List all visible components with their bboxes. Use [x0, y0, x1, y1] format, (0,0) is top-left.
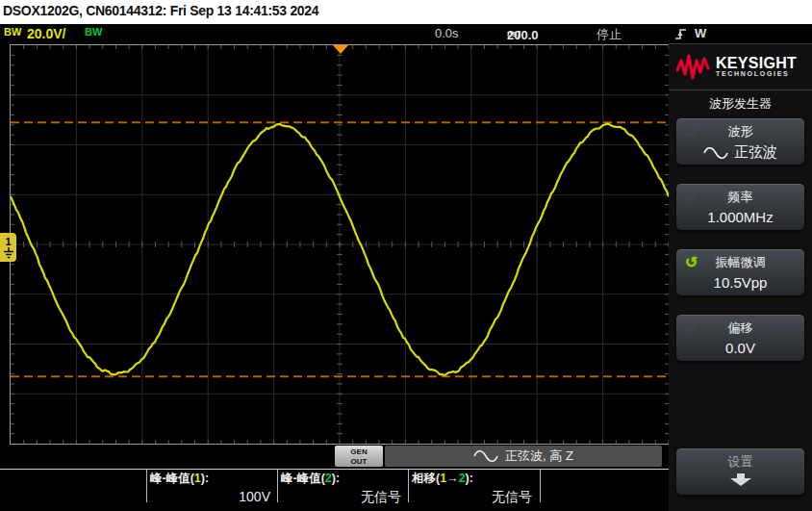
wavegen-waveform-button[interactable]: ↺ 波形 正弦波: [676, 118, 804, 165]
gen-out-button[interactable]: GEN OUT: [335, 446, 383, 467]
ground-icon: [3, 247, 14, 259]
ch1-bandwidth-badge: BW: [4, 26, 21, 38]
trigger-edge-icon: [674, 27, 688, 40]
measurement-label: 峰-峰值(1):: [147, 470, 278, 487]
measurement-label: 峰-峰值(2):: [278, 470, 409, 487]
measurement-value: 100V: [147, 487, 278, 504]
rotate-knob-icon: ↺: [685, 319, 698, 337]
instrument-id-text: DSOX1202G, CN60144312: Fri Sep 13 14:41:…: [3, 3, 318, 18]
measurement-pkpk-ch2: 峰-峰值(2): 无信号: [277, 470, 409, 502]
wavegen-status-text: 正弦波, 高 Z: [505, 447, 573, 465]
keysight-logo: KEYSIGHT TECHNOLOGIES: [676, 52, 797, 81]
trigger-position-marker[interactable]: [333, 45, 348, 54]
horizontal-delay-readout[interactable]: 0.0s: [435, 26, 459, 40]
brand-name: KEYSIGHT: [716, 56, 797, 70]
keysight-spark-icon: [676, 52, 711, 81]
wavegen-frequency-button[interactable]: ↺ 频率 1.000MHz: [676, 184, 804, 230]
panel-title: 波形发生器: [669, 95, 812, 113]
ch2-bandwidth-badge: BW: [85, 26, 102, 38]
ch1-ground-marker[interactable]: 1: [0, 233, 16, 262]
brand-subname: TECHNOLOGIES: [716, 70, 797, 78]
wavegen-offset-button[interactable]: ↺ 偏移 0.0V: [676, 315, 804, 361]
run-state-indicator: 停止: [596, 26, 622, 43]
panel-separator: [669, 89, 812, 90]
wavegen-settings-button[interactable]: 设置: [676, 448, 804, 495]
ch1-scale-readout[interactable]: 20.0V/: [27, 26, 65, 41]
wavegen-status-bar: 正弦波, 高 Z: [385, 446, 662, 467]
trigger-source-readout[interactable]: W: [695, 26, 706, 40]
status-bar: BW 20.0V/ BW 0.0s 200.0ns/ 停止 W: [0, 24, 812, 43]
wavegen-amplitude-button[interactable]: ↺ 振幅微调 10.5Vpp: [676, 249, 804, 295]
measurement-label: 相移(1→2):: [409, 470, 540, 487]
title-bar: DSOX1202G, CN60144312: Fri Sep 13 14:41:…: [0, 0, 812, 24]
measurement-pkpk-ch1: 峰-峰值(1): 100V: [146, 470, 278, 502]
scope-trace-svg: [11, 45, 669, 444]
measurement-phase-1-2: 相移(1→2): 无信号: [408, 470, 541, 502]
softkey-panel: KEYSIGHT TECHNOLOGIES 波形发生器 ↺ 波形 正弦波 ↺ 频…: [669, 43, 812, 511]
sine-icon: [473, 450, 498, 462]
oscilloscope-screen: DSOX1202G, CN60144312: Fri Sep 13 14:41:…: [0, 0, 812, 511]
rotate-knob-icon: ↺: [685, 122, 698, 141]
down-arrow-icon: [728, 473, 753, 486]
waveform-display: [10, 44, 670, 445]
timebase-readout[interactable]: 200.0ns/: [507, 26, 518, 40]
measurement-value: 无信号: [278, 487, 409, 506]
measurement-value: 无信号: [409, 487, 540, 506]
rotate-knob-active-icon: ↺: [685, 253, 698, 271]
sine-icon: [703, 147, 728, 159]
rotate-knob-icon: ↺: [685, 188, 698, 206]
